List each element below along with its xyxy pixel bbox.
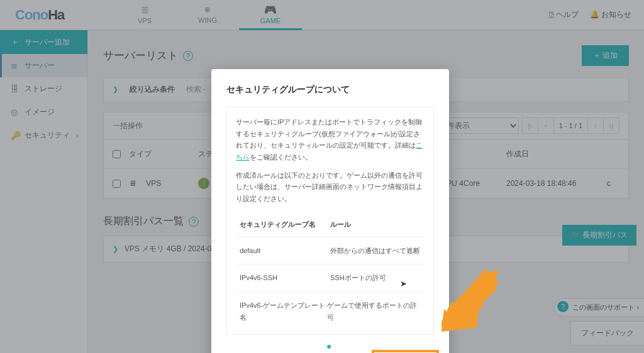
highlight-box [372,350,439,353]
sg-row: IPv4v6-ゲームテンプレート名 ゲームで使用するポートの許可 [236,292,425,330]
modal-body: サーバー毎にIPアドレスまたはポートでトラフィックを制御するセキュリティグループ… [226,107,434,335]
sg-row: IPv4v6-SSH SSHポートの許可 [236,264,425,292]
sg-row: default 外部からの通信はすべて遮断 [236,237,425,265]
pagination-dots: • [226,345,434,349]
security-group-modal: セキュリティグループについて サーバー毎にIPアドレスまたはポートでトラフィック… [211,69,449,353]
cursor-icon: ➤ [400,279,407,288]
sg-col-rule: ルール [330,219,351,231]
sg-table-head: セキュリティグループ名 ルール [236,211,425,237]
sg-col-name: セキュリティグループ名 [240,219,330,231]
modal-title: セキュリティグループについて [226,84,434,95]
